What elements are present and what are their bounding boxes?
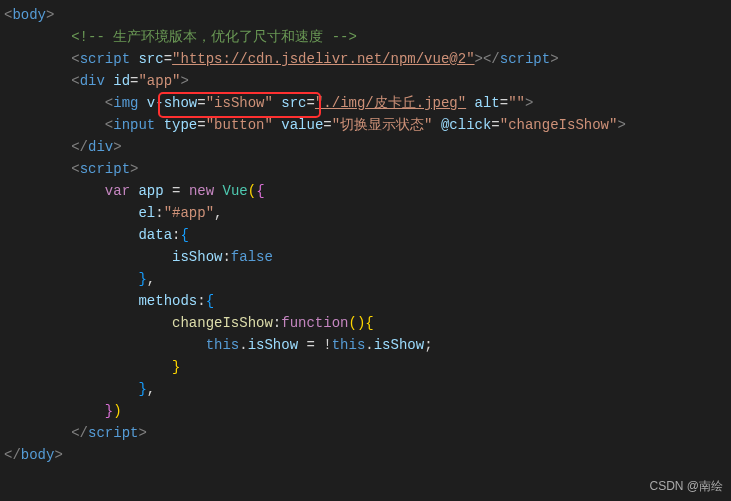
code-line: }: [0, 356, 731, 378]
prop: isShow: [172, 249, 222, 265]
semi: ;: [424, 337, 432, 353]
keyword: var: [105, 183, 130, 199]
this: this: [206, 337, 240, 353]
tag: script: [80, 161, 130, 177]
code-line-highlighted: <img v-show="isShow" src="./img/皮卡丘.jpeg…: [0, 92, 731, 114]
prop: el: [138, 205, 155, 221]
tag: img: [113, 95, 138, 111]
tag: div: [80, 73, 105, 89]
attr: value: [281, 117, 323, 133]
code-line: <script>: [0, 158, 731, 180]
keyword: function: [281, 315, 348, 331]
string: "#app": [164, 205, 214, 221]
code-line: }): [0, 400, 731, 422]
code-editor: <body> <!-- 生产环境版本，优化了尺寸和速度 --> <script …: [0, 0, 731, 470]
code-line: el:"#app",: [0, 202, 731, 224]
code-line: data:{: [0, 224, 731, 246]
code-line: </script>: [0, 422, 731, 444]
attr-val: "https://cdn.jsdelivr.net/npm/vue@2": [172, 51, 474, 67]
func: changeIsShow: [172, 315, 273, 331]
code-line: changeIsShow:function(){: [0, 312, 731, 334]
code-line: this.isShow = !this.isShow;: [0, 334, 731, 356]
tag: body: [21, 447, 55, 463]
attr: type: [164, 117, 198, 133]
code-line: },: [0, 268, 731, 290]
attr-val: "": [508, 95, 525, 111]
code-line: },: [0, 378, 731, 400]
tag: div: [88, 139, 113, 155]
attr: id: [113, 73, 130, 89]
code-line: methods:{: [0, 290, 731, 312]
op: = !: [298, 337, 332, 353]
code-line: <input type="button" value="切换显示状态" @cli…: [0, 114, 731, 136]
tag: script: [88, 425, 138, 441]
tag: script: [500, 51, 550, 67]
watermark: CSDN @南绘: [649, 478, 723, 495]
attr-val: "切换显示状态": [332, 117, 433, 133]
this: this: [332, 337, 366, 353]
class: Vue: [223, 183, 248, 199]
attr-val: "button": [206, 117, 273, 133]
op: =: [164, 183, 189, 199]
code-line: <div id="app">: [0, 70, 731, 92]
code-line: </body>: [0, 444, 731, 466]
attr: src: [138, 51, 163, 67]
code-line: <!-- 生产环境版本，优化了尺寸和速度 -->: [0, 26, 731, 48]
code-line: isShow:false: [0, 246, 731, 268]
tag: body: [12, 7, 46, 23]
attr-val: "app": [138, 73, 180, 89]
prop: isShow: [248, 337, 298, 353]
attr: alt: [475, 95, 500, 111]
attr: v-show: [147, 95, 197, 111]
code-line: <body>: [0, 4, 731, 26]
var: app: [138, 183, 163, 199]
bool: false: [231, 249, 273, 265]
tag: script: [80, 51, 130, 67]
attr-val: "changeIsShow": [500, 117, 618, 133]
attr-val: "./img/皮卡丘.jpeg": [315, 95, 466, 111]
attr-val: "isShow": [206, 95, 273, 111]
prop: data: [138, 227, 172, 243]
code-line: </div>: [0, 136, 731, 158]
comment: <!-- 生产环境版本，优化了尺寸和速度 -->: [71, 29, 357, 45]
attr: src: [281, 95, 306, 111]
code-line: var app = new Vue({: [0, 180, 731, 202]
prop: methods: [138, 293, 197, 309]
code-line: <script src="https://cdn.jsdelivr.net/np…: [0, 48, 731, 70]
tag: input: [113, 117, 155, 133]
prop: isShow: [374, 337, 424, 353]
keyword: new: [189, 183, 214, 199]
attr: @click: [441, 117, 491, 133]
